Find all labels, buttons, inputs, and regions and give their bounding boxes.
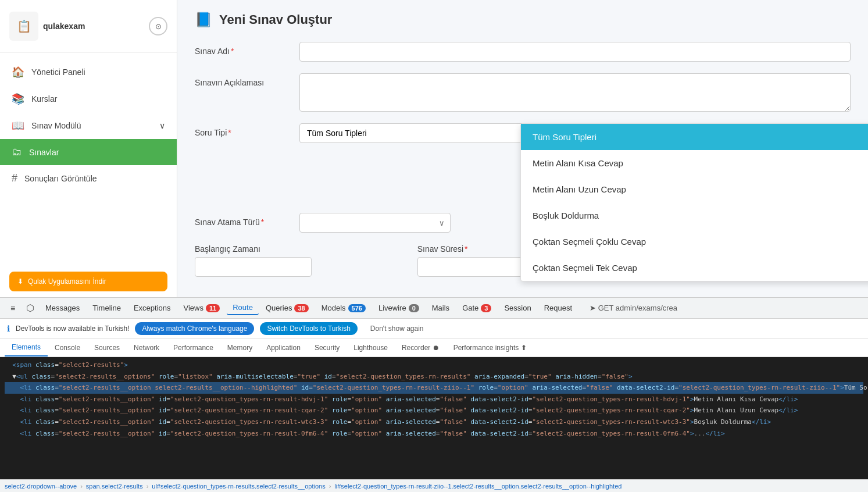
tab-route[interactable]: Route bbox=[227, 301, 259, 315]
soru-tipi-row: Soru Tipi* Tüm Soru Tipleri Tüm Soru Tip… bbox=[195, 123, 851, 143]
sidebar-item-label: Sınav Modülü bbox=[31, 121, 81, 130]
statusbar-item-2[interactable]: span.select2-results bbox=[86, 483, 143, 490]
models-badge: 576 bbox=[348, 304, 366, 312]
queries-badge: 38 bbox=[294, 304, 308, 312]
dt-tab-perf-insights[interactable]: Performance insights ⬆ bbox=[446, 339, 534, 356]
book-open-icon: 📖 bbox=[12, 119, 24, 132]
dt-tab-recorder[interactable]: Recorder ⏺ bbox=[395, 339, 446, 356]
hash-icon: # bbox=[12, 172, 17, 184]
page-header: 📘 Yeni Sınav Oluştur bbox=[195, 12, 851, 28]
tab-messages[interactable]: Messages bbox=[40, 301, 85, 315]
required-star-2: * bbox=[228, 128, 231, 137]
devtools-code-panel: <span class="select2-results"> ▼<ul clas… bbox=[0, 357, 868, 479]
dt-tab-application[interactable]: Application bbox=[259, 339, 308, 356]
sinav-atama-select[interactable] bbox=[299, 213, 451, 233]
sidebar-item-sonuclari[interactable]: # Sonuçları Görüntüle bbox=[0, 165, 177, 191]
dont-show-again-btn[interactable]: Don't show again bbox=[363, 322, 431, 335]
statusbar-item-3[interactable]: ul#select2-question_types-rn-results.sel… bbox=[152, 483, 325, 490]
grid-icon: 🗂 bbox=[12, 146, 22, 158]
sinav-aciklamasi-label: Sınavın Açıklaması bbox=[195, 73, 299, 87]
sinav-adi-label: Sınav Adı* bbox=[195, 42, 299, 56]
page-title: Yeni Sınav Oluştur bbox=[219, 12, 332, 27]
code-line-1: <span class="select2-results"> bbox=[5, 359, 863, 371]
logo-box: 📋 qulakexam bbox=[9, 12, 85, 41]
download-banner[interactable]: ⬇ Qulak Uygulamasını İndir bbox=[9, 272, 167, 291]
dt-tab-security[interactable]: Security bbox=[308, 339, 347, 356]
info-icon: ℹ bbox=[7, 324, 10, 333]
nav-left: 📖 Sınav Modülü bbox=[12, 119, 81, 132]
sidebar-nav: 🏠 Yönetici Paneli 📚 Kurslar 📖 Sınav Modü… bbox=[0, 53, 177, 266]
sidebar: 📋 qulakexam ⊙ 🏠 Yönetici Paneli 📚 Kursla… bbox=[0, 0, 177, 297]
download-label: Qulak Uygulamasını İndir bbox=[28, 277, 106, 286]
dropdown-option-metin-uzun[interactable]: Metin Alanı Uzun Cevap bbox=[521, 176, 868, 202]
sidebar-bottom: ⬇ Qulak Uygulamasını İndir bbox=[0, 266, 177, 297]
sinav-adi-input[interactable] bbox=[299, 42, 851, 62]
tab-session[interactable]: Session bbox=[498, 301, 537, 315]
sidebar-item-label: Sonuçları Görüntüle bbox=[24, 174, 97, 183]
required-star-3: * bbox=[261, 218, 264, 227]
livewire-badge: 0 bbox=[409, 304, 419, 312]
tab-timeline[interactable]: Timeline bbox=[87, 301, 127, 315]
sidebar-item-sinavlar[interactable]: 🗂 Sınavlar bbox=[0, 139, 177, 165]
tab-queries[interactable]: Queries 38 bbox=[260, 301, 315, 315]
dt-tab-network[interactable]: Network bbox=[127, 339, 166, 356]
baslangic-col: Başlangıç Zamanı bbox=[195, 244, 406, 277]
sidebar-item-yonetici[interactable]: 🏠 Yönetici Paneli bbox=[0, 59, 177, 85]
dropdown-option-coktan-coklu[interactable]: Çoktan Seçmeli Çoklu Cevap bbox=[521, 229, 868, 255]
target-icon[interactable]: ⊙ bbox=[149, 17, 167, 35]
dt-tab-performance[interactable]: Performance bbox=[166, 339, 220, 356]
tab-gate[interactable]: Gate 3 bbox=[456, 301, 497, 315]
dropdown-option-tum[interactable]: Tüm Soru Tipleri bbox=[521, 124, 868, 150]
dt-tab-console[interactable]: Console bbox=[48, 339, 87, 356]
sinav-adi-row: Sınav Adı* bbox=[195, 42, 851, 62]
sinav-aciklamasi-row: Sınavın Açıklaması bbox=[195, 73, 851, 112]
atama-select-wrapper: ∨ bbox=[299, 213, 451, 233]
tab-livewire[interactable]: Livewire 0 bbox=[373, 301, 425, 315]
statusbar-item-1[interactable]: select2-dropdown--above bbox=[5, 483, 77, 490]
match-language-btn[interactable]: Always match Chrome's language bbox=[135, 322, 254, 335]
main-content: 📘 Yeni Sınav Oluştur Sınav Adı* Sınavın … bbox=[177, 0, 868, 297]
baslangic-input[interactable] bbox=[195, 257, 312, 277]
code-line-3: <li class="select2-results__option selec… bbox=[5, 382, 863, 394]
tab-models[interactable]: Models 576 bbox=[316, 301, 372, 315]
views-badge: 11 bbox=[206, 304, 220, 312]
dt-tab-lighthouse[interactable]: Lighthouse bbox=[347, 339, 395, 356]
tab-exceptions[interactable]: Exceptions bbox=[128, 301, 177, 315]
dropdown-option-bosluk[interactable]: Boşluk Doldurma bbox=[521, 202, 868, 229]
soru-tipi-dropdown: Tüm Soru Tipleri Metin Alanı Kısa Cevap … bbox=[520, 123, 868, 281]
home-icon: 🏠 bbox=[12, 66, 24, 79]
tab-mails[interactable]: Mails bbox=[426, 301, 455, 315]
dt-tab-sources[interactable]: Sources bbox=[87, 339, 127, 356]
download-icon: ⬇ bbox=[17, 277, 23, 286]
sidebar-item-sinav-modulu[interactable]: 📖 Sınav Modülü ∨ bbox=[0, 112, 177, 139]
gate-badge: 3 bbox=[481, 304, 491, 312]
devtools-toggle-icon[interactable]: ≡ bbox=[5, 300, 21, 316]
dropdown-option-metin-kisa[interactable]: Metin Alanı Kısa Cevap bbox=[521, 150, 868, 176]
dropdown-option-coktan-tek[interactable]: Çoktan Seçmeli Tek Cevap bbox=[521, 255, 868, 281]
inspect-icon[interactable]: ⬡ bbox=[22, 300, 38, 316]
required-star: * bbox=[231, 47, 234, 56]
sidebar-item-label: Kurslar bbox=[31, 94, 57, 104]
sinav-suresi-input[interactable] bbox=[417, 257, 534, 277]
sinav-atama-label: Sınav Atama Türü* bbox=[195, 213, 299, 227]
dt-tab-memory[interactable]: Memory bbox=[220, 339, 259, 356]
sidebar-logo: 📋 qulakexam ⊙ bbox=[0, 0, 177, 53]
notification-text: DevTools is now available in Turkish! bbox=[16, 325, 129, 333]
switch-turkish-btn[interactable]: Switch DevTools to Turkish bbox=[260, 322, 357, 335]
tab-views[interactable]: Views 11 bbox=[178, 301, 226, 315]
code-line-4: <li class="select2-results__option" id="… bbox=[5, 394, 863, 405]
tab-request[interactable]: Request bbox=[538, 301, 578, 315]
sinav-aciklamasi-input[interactable] bbox=[299, 73, 851, 112]
page-icon: 📘 bbox=[195, 12, 212, 28]
devtools-notification: ℹ DevTools is now available in Turkish! … bbox=[0, 318, 868, 338]
code-line-7: <li class="select2-results__option" id="… bbox=[5, 428, 863, 440]
devtools-section: ≡ ⬡ Messages Timeline Exceptions Views 1… bbox=[0, 297, 868, 492]
soru-tipi-label: Soru Tipi* bbox=[195, 123, 299, 137]
code-line-2: ▼<ul class="select2-results__options" ro… bbox=[5, 371, 863, 383]
sidebar-item-label: Yönetici Paneli bbox=[31, 67, 85, 77]
statusbar-item-4[interactable]: li#select2-question_types-rn-result-ziio… bbox=[334, 483, 621, 490]
sidebar-item-kurslar[interactable]: 📚 Kurslar bbox=[0, 85, 177, 112]
get-route-label: ➤ GET admin/exams/crea bbox=[584, 301, 683, 315]
logo-icon: 📋 bbox=[9, 12, 38, 41]
dt-tab-elements[interactable]: Elements bbox=[5, 339, 48, 356]
